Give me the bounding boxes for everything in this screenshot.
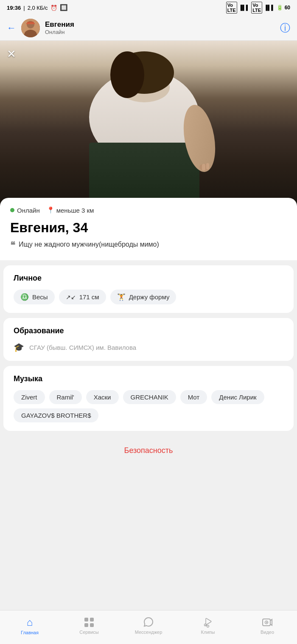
profile-image: ✕ <box>0 41 297 206</box>
safety-button[interactable]: Безопасность <box>124 446 173 455</box>
signal-bars-2: ▐▌▌ <box>264 5 275 11</box>
status-bar: 19:36 | 2,0 КБ/с ⏰ 🔲 VoLTE ▐▌▌ VoLTE ▐▌▌… <box>0 0 297 15</box>
home-label: Главная <box>21 630 39 635</box>
svg-point-19 <box>205 624 207 626</box>
online-dot <box>10 208 14 212</box>
education-section: Образование 🎓 СГАУ (бывш. СИМСХ) им. Вав… <box>3 318 294 361</box>
music-tag-7[interactable]: GAYAZOV$ BROTHER$ <box>14 408 98 422</box>
education-icon: 🎓 <box>14 342 24 352</box>
header-status: Онлайн <box>45 29 280 35</box>
nav-services[interactable]: Сервисы <box>72 617 106 635</box>
attr-fitness: 🏋 Держу форму <box>110 290 177 304</box>
fitness-label: Держу форму <box>129 293 170 301</box>
volte-icon: VoLTE <box>226 2 237 14</box>
attr-height: ↗↙ 171 см <box>59 290 106 304</box>
attr-zodiac: ♎ Весы <box>14 290 55 304</box>
close-button[interactable]: ✕ <box>7 48 16 61</box>
nav-video[interactable]: Видео <box>250 617 284 635</box>
status-speed: | <box>23 5 25 11</box>
height-label: 171 см <box>79 293 99 301</box>
lte-4g-icon: VoLTE <box>251 2 262 14</box>
location-badge: 📍 меньше 3 км <box>47 206 94 214</box>
music-tag-3[interactable]: Хаски <box>86 390 119 404</box>
avatar <box>21 19 40 37</box>
header: ← Евгения Онлайн ⓘ <box>0 15 297 41</box>
education-title: Образование <box>14 326 283 335</box>
personal-section: Личное ♎ Весы ↗↙ 171 см 🏋 Держу форму <box>3 265 294 313</box>
attributes-list: ♎ Весы ↗↙ 171 см 🏋 Держу форму <box>14 290 283 304</box>
education-row: 🎓 СГАУ (бывш. СИМСХ) им. Вавилова <box>14 342 283 352</box>
header-name: Евгения <box>45 20 280 29</box>
bottom-nav: ⌂ Главная Сервисы Мессенджер Клипы <box>0 610 297 644</box>
personal-title: Личное <box>14 274 283 283</box>
svg-rect-18 <box>90 623 94 627</box>
clips-label: Клипы <box>201 630 215 635</box>
svg-rect-7 <box>89 143 199 206</box>
nfc-icon: 🔲 <box>60 4 68 11</box>
services-label: Сервисы <box>79 630 99 635</box>
video-label: Видео <box>261 630 274 635</box>
quote-text: Ищу не жадного мужчину(нищеброды мимо) <box>19 241 159 248</box>
music-title: Музыка <box>14 374 283 383</box>
svg-point-20 <box>207 625 209 627</box>
profile-quote: ❝ Ищу не жадного мужчину(нищеброды мимо) <box>10 241 287 250</box>
nav-clips[interactable]: Клипы <box>191 617 225 635</box>
music-tag-1[interactable]: Zivert <box>14 390 45 404</box>
avatar-image <box>21 19 40 37</box>
clock-icon: ⏰ <box>50 5 57 11</box>
svg-rect-16 <box>90 618 94 622</box>
quote-mark: ❝ <box>10 241 15 250</box>
music-tag-6[interactable]: Денис Лирик <box>211 390 264 404</box>
battery-percent: 60 <box>285 5 290 11</box>
status-right: VoLTE ▐▌▌ VoLTE ▐▌▌ 🔋 60 <box>226 2 290 14</box>
svg-point-14 <box>110 51 144 98</box>
music-section: Музыка Zivert Ramil' Хаски GRECHANIK Мот… <box>3 366 294 431</box>
status-network-speed: 2,0 КБ/с <box>28 5 48 11</box>
profile-image-content <box>0 41 297 206</box>
messenger-icon <box>143 617 154 628</box>
clips-icon <box>202 617 213 628</box>
education-text: СГАУ (бывш. СИМСХ) им. Вавилова <box>29 344 136 351</box>
svg-rect-11 <box>206 163 209 169</box>
height-icon: ↗↙ <box>66 294 76 301</box>
zodiac-icon: ♎ <box>20 293 29 301</box>
music-tags: Zivert Ramil' Хаски GRECHANIK Мот Денис … <box>14 390 283 422</box>
back-button[interactable]: ← <box>7 22 16 34</box>
safety-section: Безопасность <box>3 438 294 464</box>
fitness-icon: 🏋 <box>117 293 126 301</box>
svg-rect-4 <box>26 23 35 24</box>
home-icon: ⌂ <box>27 616 33 628</box>
profile-badges: Онлайн 📍 меньше 3 км <box>10 206 287 214</box>
signal-bars: ▐▌▌ <box>239 5 250 11</box>
music-tag-4[interactable]: GRECHANIK <box>123 390 176 404</box>
alert-button[interactable]: ⓘ <box>280 21 290 35</box>
status-left: 19:36 | 2,0 КБ/с ⏰ 🔲 <box>7 4 68 11</box>
profile-name: Евгения, 34 <box>10 220 287 236</box>
messenger-label: Мессенджер <box>135 630 163 635</box>
video-icon <box>262 617 273 628</box>
services-icon <box>84 617 95 628</box>
location-label: меньше 3 км <box>56 207 94 214</box>
nav-messenger[interactable]: Мессенджер <box>132 617 165 635</box>
online-label: Онлайн <box>17 207 40 214</box>
battery-icon: 🔋 <box>277 5 283 11</box>
music-tag-2[interactable]: Ramil' <box>49 390 82 404</box>
status-time: 19:36 <box>7 5 21 11</box>
header-info: Евгения Онлайн <box>45 20 280 35</box>
online-badge: Онлайн <box>10 207 40 214</box>
svg-rect-10 <box>202 164 205 171</box>
svg-rect-17 <box>84 623 88 627</box>
profile-card: Онлайн 📍 меньше 3 км Евгения, 34 ❝ Ищу н… <box>0 198 297 260</box>
location-icon: 📍 <box>47 206 55 214</box>
nav-home[interactable]: ⌂ Главная <box>13 616 47 635</box>
music-tag-5[interactable]: Мот <box>180 390 207 404</box>
zodiac-label: Весы <box>32 293 48 301</box>
svg-rect-15 <box>84 618 88 622</box>
